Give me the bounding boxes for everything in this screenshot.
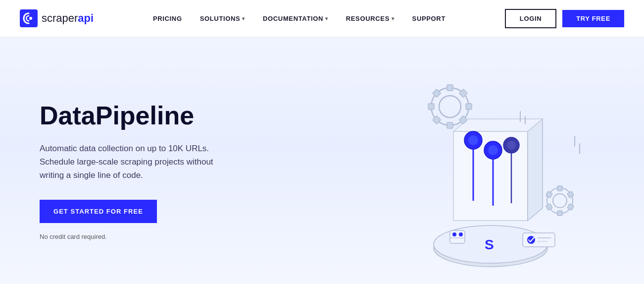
nav-item-resources[interactable]: RESOURCES ▾ xyxy=(346,15,395,22)
svg-point-6 xyxy=(439,96,461,117)
logo-text: scraperapi xyxy=(42,12,94,25)
chevron-down-icon: ▾ xyxy=(325,16,328,21)
svg-rect-7 xyxy=(447,85,453,91)
svg-rect-21 xyxy=(546,204,553,211)
svg-point-16 xyxy=(553,194,567,208)
svg-rect-19 xyxy=(567,204,574,211)
nav-item-support[interactable]: SUPPORT xyxy=(412,15,446,22)
svg-rect-18 xyxy=(567,191,574,198)
nav-actions: LOGIN TRY FREE xyxy=(505,9,624,28)
svg-rect-36 xyxy=(450,230,465,243)
hero-illustration: S xyxy=(377,67,604,275)
hero-title: DataPipeline xyxy=(40,102,238,130)
svg-text:S: S xyxy=(485,237,494,252)
login-button[interactable]: LOGIN xyxy=(505,9,556,28)
hero-description: Automatic data collection on up to 10K U… xyxy=(40,142,238,182)
svg-point-37 xyxy=(452,232,456,236)
logo[interactable]: scraperapi xyxy=(20,9,94,27)
hero-section: DataPipeline Automatic data collection o… xyxy=(0,37,644,284)
svg-point-28 xyxy=(488,145,498,155)
svg-rect-22 xyxy=(546,191,553,198)
svg-rect-11 xyxy=(447,122,453,128)
svg-rect-13 xyxy=(428,104,434,110)
svg-point-38 xyxy=(459,232,463,236)
logo-icon xyxy=(20,9,38,27)
svg-point-15 xyxy=(547,188,573,214)
svg-point-31 xyxy=(507,141,516,150)
svg-rect-17 xyxy=(557,186,562,191)
chevron-down-icon: ▾ xyxy=(392,16,395,21)
svg-point-1 xyxy=(29,17,32,20)
hero-content: DataPipeline Automatic data collection o… xyxy=(40,102,238,241)
nav-links: PRICING SOLUTIONS ▾ DOCUMENTATION ▾ RESO… xyxy=(153,15,446,22)
svg-rect-0 xyxy=(20,9,38,27)
chevron-down-icon: ▾ xyxy=(242,16,245,21)
try-free-button[interactable]: TRY FREE xyxy=(562,10,624,27)
nav-item-pricing[interactable]: PRICING xyxy=(153,15,182,22)
navbar: scraperapi PRICING SOLUTIONS ▾ DOCUMENTA… xyxy=(0,0,644,37)
nav-item-documentation[interactable]: DOCUMENTATION ▾ xyxy=(263,15,328,22)
no-credit-card-text: No credit card required. xyxy=(40,233,238,240)
svg-rect-9 xyxy=(466,104,472,110)
get-started-button[interactable]: GET STARTED FOR FREE xyxy=(40,200,157,223)
nav-item-solutions[interactable]: SOLUTIONS ▾ xyxy=(200,15,245,22)
svg-rect-20 xyxy=(557,211,562,216)
svg-point-25 xyxy=(468,135,478,145)
datapipeline-illustration: S xyxy=(377,67,604,275)
